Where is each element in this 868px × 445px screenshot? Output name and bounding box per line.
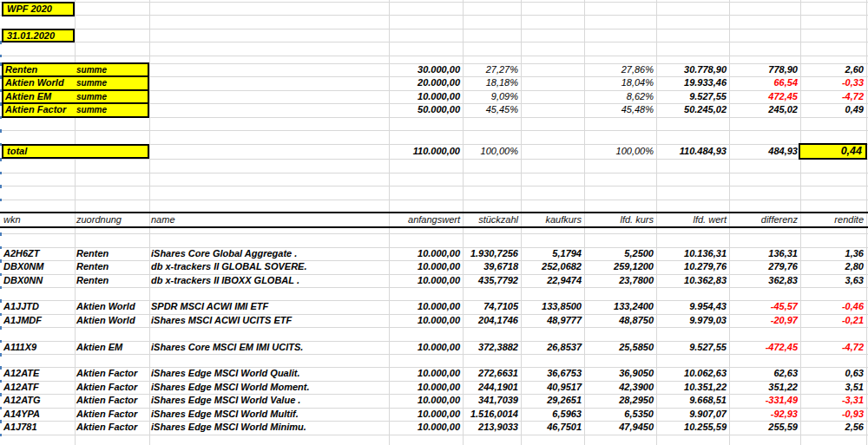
cell-kaufkurs[interactable]: 29,2651	[523, 394, 582, 407]
header-zuordnung[interactable]: zuordnung	[76, 213, 148, 226]
header-kaufkurs[interactable]: kaufkurs	[523, 213, 582, 226]
summary-rendite[interactable]: -4,72	[802, 90, 864, 103]
total-anteil-ist[interactable]: 100,00%	[586, 145, 654, 158]
cell-stueckzahl[interactable]: 74,7105	[464, 300, 518, 313]
cell-wkn[interactable]: A12ATG	[3, 394, 73, 407]
cell-name[interactable]: iShares Edge MSCI World Qualit.	[151, 367, 387, 380]
cell-kaufkurs[interactable]: 6,5963	[523, 408, 582, 421]
cell-differenz[interactable]: -20,97	[731, 314, 798, 327]
cell-anfangswert[interactable]: 10.000,00	[391, 408, 460, 421]
cell-differenz[interactable]: -331,49	[731, 394, 798, 407]
cell-stueckzahl[interactable]: 372,3882	[464, 341, 518, 354]
cell-anfangswert[interactable]: 10.000,00	[391, 274, 460, 287]
summary-differenz[interactable]: 778,90	[731, 63, 798, 76]
cell-wkn[interactable]: A12ATE	[3, 367, 73, 380]
summary-anteil-ist[interactable]: 18,04%	[586, 76, 654, 89]
summary-anteil-soll[interactable]: 9,09%	[464, 90, 518, 103]
summary-anfangswert[interactable]: 50.000,00	[391, 103, 460, 116]
cell-lfd_kurs[interactable]: 36,9050	[586, 367, 654, 380]
total-differenz[interactable]: 484,93	[731, 145, 798, 158]
summary-differenz[interactable]: 245,02	[731, 103, 798, 116]
cell-kaufkurs[interactable]: 5,1794	[523, 247, 582, 260]
cell-lfd_wert[interactable]: 9.527,55	[658, 341, 727, 354]
cell-differenz[interactable]: -45,57	[731, 300, 798, 313]
cell-name[interactable]: iShares Edge MSCI World Moment.	[151, 381, 387, 394]
summary-anfangswert[interactable]: 20.000,00	[391, 76, 460, 89]
cell-name[interactable]: db x-trackers II IBOXX GLOBAL .	[151, 274, 387, 287]
cell-differenz[interactable]: 351,22	[731, 381, 798, 394]
cell-lfd_kurs[interactable]: 133,2400	[586, 300, 654, 313]
header-stueckzahl[interactable]: stückzahl	[464, 213, 518, 226]
cell-stueckzahl[interactable]: 244,1901	[464, 381, 518, 394]
summary-differenz[interactable]: 472,45	[731, 90, 798, 103]
cell-anfangswert[interactable]: 10.000,00	[391, 367, 460, 380]
header-name[interactable]: name	[151, 213, 387, 226]
cell-zuordnung[interactable]: Aktien World	[76, 314, 148, 327]
cell-zuordnung[interactable]: Aktien EM	[76, 341, 148, 354]
cell-rendite[interactable]: -0,21	[802, 314, 864, 327]
cell-name[interactable]: SPDR MSCI ACWI IMI ETF	[151, 300, 387, 313]
total-rendite-cell[interactable]: 0,44	[799, 143, 867, 160]
cell-wkn[interactable]: A1JJTD	[3, 300, 73, 313]
cell-rendite[interactable]: 3,63	[802, 274, 864, 287]
cell-kaufkurs[interactable]: 46,7501	[523, 421, 582, 434]
summary-anfangswert[interactable]: 10.000,00	[391, 90, 460, 103]
cell-name[interactable]: iShares Edge MSCI World Value .	[151, 394, 387, 407]
cell-stueckzahl[interactable]: 1.930,7256	[464, 247, 518, 260]
cell-zuordnung[interactable]: Aktien Factor	[76, 367, 148, 380]
cell-zuordnung[interactable]: Aktien Factor	[76, 421, 148, 434]
cell-wkn[interactable]: A2H6ZT	[3, 247, 73, 260]
cell-rendite[interactable]: -0,93	[802, 408, 864, 421]
cell-lfd_kurs[interactable]: 259,1200	[586, 260, 654, 273]
summary-anteil-soll[interactable]: 27,27%	[464, 63, 518, 76]
summary-rendite[interactable]: 0,49	[802, 103, 864, 116]
cell-differenz[interactable]: -92,93	[731, 408, 798, 421]
summary-anfangswert[interactable]: 30.000,00	[391, 63, 460, 76]
cell-zuordnung[interactable]: Renten	[76, 260, 148, 273]
total-anteil-soll[interactable]: 100,00%	[464, 145, 518, 158]
cell-wkn[interactable]: DBX0NN	[3, 274, 73, 287]
cell-name[interactable]: iShares Core MSCI EM IMI UCITS.	[151, 341, 387, 354]
cell-lfd_kurs[interactable]: 6,5350	[586, 408, 654, 421]
cell-lfd_wert[interactable]: 10.362,83	[658, 274, 727, 287]
cell-wkn[interactable]: DBX0NM	[3, 260, 73, 273]
cell-name[interactable]: db x-trackers II GLOBAL SOVERE.	[151, 260, 387, 273]
cell-name[interactable]: iShares Edge MSCI World Multif.	[151, 408, 387, 421]
cell-kaufkurs[interactable]: 36,6753	[523, 367, 582, 380]
cell-kaufkurs[interactable]: 40,9517	[523, 381, 582, 394]
cell-rendite[interactable]: 3,51	[802, 381, 864, 394]
cell-differenz[interactable]: 136,31	[731, 247, 798, 260]
summary-wert[interactable]: 50.245,02	[658, 103, 727, 116]
cell-anfangswert[interactable]: 10.000,00	[391, 247, 460, 260]
cell-rendite[interactable]: 0,63	[802, 367, 864, 380]
cell-differenz[interactable]: 279,76	[731, 260, 798, 273]
cell-anfangswert[interactable]: 10.000,00	[391, 341, 460, 354]
summary-wert[interactable]: 30.778,90	[658, 63, 727, 76]
summary-anteil-soll[interactable]: 18,18%	[464, 76, 518, 89]
cell-kaufkurs[interactable]: 48,9777	[523, 314, 582, 327]
cell-name[interactable]: iShares Edge MSCI World Minimu.	[151, 421, 387, 434]
cell-lfd_wert[interactable]: 9.907,07	[658, 408, 727, 421]
cell-lfd_kurs[interactable]: 5,2500	[586, 247, 654, 260]
cell-lfd_wert[interactable]: 10.255,59	[658, 421, 727, 434]
cell-zuordnung[interactable]: Renten	[76, 274, 148, 287]
cell-kaufkurs[interactable]: 22,9474	[523, 274, 582, 287]
summary-anteil-ist[interactable]: 27,86%	[586, 63, 654, 76]
cell-kaufkurs[interactable]: 133,8500	[523, 300, 582, 313]
cell-rendite[interactable]: 2,80	[802, 260, 864, 273]
cell-kaufkurs[interactable]: 26,8537	[523, 341, 582, 354]
cell-differenz[interactable]: 62,63	[731, 367, 798, 380]
summary-anteil-ist[interactable]: 45,48%	[586, 103, 654, 116]
cell-wkn[interactable]: A111X9	[3, 341, 73, 354]
cell-zuordnung[interactable]: Aktien Factor	[76, 408, 148, 421]
cell-stueckzahl[interactable]: 1.516,0014	[464, 408, 518, 421]
header-lfd_kurs[interactable]: lfd. kurs	[586, 213, 654, 226]
cell-rendite[interactable]: -3,31	[802, 394, 864, 407]
cell-wkn[interactable]: A14YPA	[3, 408, 73, 421]
cell-zuordnung[interactable]: Renten	[76, 247, 148, 260]
summary-rendite[interactable]: 2,60	[802, 63, 864, 76]
summary-differenz[interactable]: 66,54	[731, 76, 798, 89]
summary-anteil-soll[interactable]: 45,45%	[464, 103, 518, 116]
cell-stueckzahl[interactable]: 341,7039	[464, 394, 518, 407]
cell-name[interactable]: iShares Core Global Aggregate .	[151, 247, 387, 260]
